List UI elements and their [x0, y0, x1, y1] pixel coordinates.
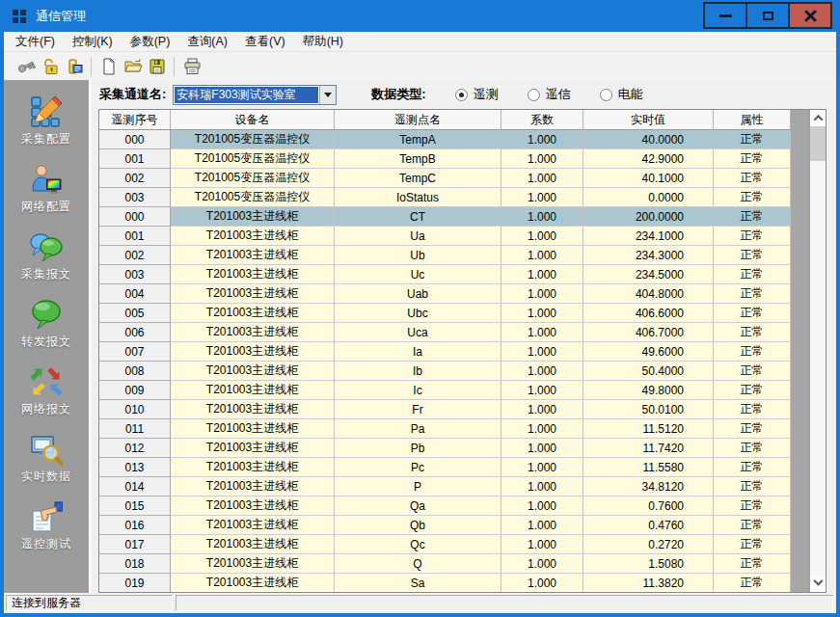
cell-value: 11.7420 — [583, 439, 714, 458]
table-row[interactable]: 003 T201005变压器温控仪 IoStatus 1.000 0.0000 … — [99, 188, 791, 207]
table-row[interactable]: 019 T201003主进线柜 Sa 1.000 11.3820 正常 — [99, 574, 791, 593]
cell-value: 200.0000 — [583, 207, 714, 227]
table-row[interactable]: 001 T201003主进线柜 Ua 1.000 234.1000 正常 — [99, 227, 791, 246]
new-file-button[interactable] — [96, 54, 121, 78]
menu-item[interactable]: 控制(K) — [64, 32, 122, 51]
table-row[interactable]: 011 T201003主进线柜 Pa 1.000 11.5120 正常 — [99, 419, 791, 439]
radio-telesignal[interactable]: 遥信 — [528, 86, 571, 103]
table-row[interactable]: 002 T201003主进线柜 Ub 1.000 234.3000 正常 — [99, 246, 791, 265]
sidebar-item-collect-config[interactable]: 采集配置 — [4, 88, 89, 155]
status-text: 连接到服务器 — [12, 595, 81, 611]
sidebar-item-label: 网络配置 — [21, 199, 71, 215]
table-row[interactable]: 005 T201003主进线柜 Ubc 1.000 406.6000 正常 — [99, 304, 791, 323]
table-row[interactable]: 013 T201003主进线柜 Pc 1.000 11.5580 正常 — [99, 458, 791, 477]
cell-seq: 019 — [99, 574, 171, 593]
table-row[interactable]: 004 T201003主进线柜 Uab 1.000 404.8000 正常 — [99, 284, 791, 304]
radio-telemetry[interactable]: 遥测 — [455, 86, 499, 103]
table-row[interactable]: 007 T201003主进线柜 Ia 1.000 49.6000 正常 — [99, 342, 791, 362]
menu-item[interactable]: 查询(A) — [178, 32, 236, 51]
column-header-coef[interactable]: 系数 — [501, 110, 583, 129]
save-button[interactable] — [145, 54, 169, 78]
open-file-button[interactable] — [121, 54, 145, 78]
sidebar-item-remote-test[interactable]: 遥控测试 — [4, 493, 89, 560]
menu-item[interactable]: 查看(V) — [236, 32, 294, 51]
cell-seq: 009 — [99, 381, 171, 400]
scrollbar-thumb[interactable] — [810, 126, 826, 161]
sidebar-item-collect-message[interactable]: 采集报文 — [4, 223, 89, 290]
sidebar-item-network-message[interactable]: 网络报文 — [4, 358, 89, 425]
table-row[interactable]: 000 T201003主进线柜 CT 1.000 200.0000 正常 — [99, 207, 791, 227]
cell-coef: 1.000 — [501, 149, 583, 169]
scroll-down-button[interactable] — [810, 576, 826, 592]
channel-label: 采集通道名: — [99, 86, 166, 103]
table-row[interactable]: 009 T201003主进线柜 Ic 1.000 49.8000 正常 — [99, 381, 791, 400]
table-row[interactable]: 003 T201003主进线柜 Uc 1.000 234.5000 正常 — [99, 265, 791, 284]
minimize-button[interactable] — [703, 2, 747, 29]
table-row[interactable]: 015 T201003主进线柜 Qa 1.000 0.7600 正常 — [99, 496, 791, 516]
close-button[interactable] — [788, 2, 832, 29]
radio-energy[interactable]: 电能 — [600, 86, 643, 103]
cell-point: Ub — [335, 246, 501, 265]
cell-point: Pc — [335, 458, 501, 477]
sidebar-item-forward-message[interactable]: 转发报文 — [4, 290, 89, 358]
chevron-down-icon — [813, 577, 823, 586]
cell-device: T201003主进线柜 — [171, 246, 335, 265]
key-button[interactable] — [14, 54, 38, 78]
table-row[interactable]: 006 T201003主进线柜 Uca 1.000 406.7000 正常 — [99, 323, 791, 342]
cell-point: Ubc — [335, 304, 501, 323]
cell-device: T201003主进线柜 — [171, 284, 335, 304]
cell-device: T201003主进线柜 — [171, 362, 335, 381]
menu-item[interactable]: 参数(P) — [122, 32, 179, 51]
unlock-button[interactable] — [38, 54, 62, 78]
print-button[interactable] — [179, 54, 203, 78]
cell-coef: 1.000 — [501, 554, 583, 574]
cell-value: 0.7600 — [583, 496, 714, 516]
scroll-up-button[interactable] — [810, 110, 826, 126]
table-row[interactable]: 001 T201005变压器温控仪 TempB 1.000 42.9000 正常 — [99, 149, 791, 169]
cell-value: 40.0000 — [583, 130, 714, 149]
cell-coef: 1.000 — [501, 246, 583, 265]
table-row[interactable]: 014 T201003主进线柜 P 1.000 34.8120 正常 — [99, 477, 791, 496]
sidebar-item-realtime-data[interactable]: 实时数据 — [4, 425, 89, 493]
table-row[interactable]: 012 T201003主进线柜 Pb 1.000 11.7420 正常 — [99, 439, 791, 458]
cell-status: 正常 — [714, 207, 791, 227]
cell-coef: 1.000 — [501, 265, 583, 284]
table-row[interactable]: 017 T201003主进线柜 Qc 1.000 0.2720 正常 — [99, 535, 791, 554]
cell-point: Pb — [335, 439, 501, 458]
cell-point: IoStatus — [335, 188, 501, 207]
menu-item[interactable]: 文件(F) — [7, 32, 64, 51]
cell-value: 234.1000 — [583, 227, 714, 246]
cell-coef: 1.000 — [501, 439, 583, 458]
sidebar-item-network-config[interactable]: 网络配置 — [4, 155, 89, 223]
cell-value: 406.6000 — [583, 304, 714, 323]
auth-button[interactable] — [62, 54, 86, 78]
column-header-device[interactable]: 设备名 — [171, 110, 335, 129]
cell-device: T201005变压器温控仪 — [171, 169, 335, 188]
cell-seq: 010 — [99, 400, 171, 419]
cell-coef: 1.000 — [501, 130, 583, 149]
table-row[interactable]: 000 T201005变压器温控仪 TempA 1.000 40.0000 正常 — [99, 130, 791, 149]
combobox-dropdown-button[interactable] — [319, 86, 336, 104]
table-row[interactable]: 008 T201003主进线柜 Ib 1.000 50.4000 正常 — [99, 362, 791, 381]
column-header-point[interactable]: 遥测点名 — [335, 110, 501, 129]
cell-status: 正常 — [714, 246, 791, 265]
column-header-attr[interactable]: 属性 — [714, 110, 791, 129]
table-row[interactable]: 010 T201003主进线柜 Fr 1.000 50.0100 正常 — [99, 400, 791, 419]
chevron-down-icon — [324, 93, 332, 97]
cell-seq: 015 — [99, 496, 171, 516]
radio-label: 遥信 — [546, 86, 571, 103]
table-row[interactable]: 018 T201003主进线柜 Q 1.000 1.5080 正常 — [99, 554, 791, 574]
column-header-seq[interactable]: 遥测序号 — [99, 110, 171, 129]
cell-coef: 1.000 — [501, 419, 583, 439]
table-row[interactable]: 016 T201003主进线柜 Qb 1.000 0.4760 正常 — [99, 516, 791, 535]
cell-point: Ib — [335, 362, 501, 381]
maximize-button[interactable] — [745, 2, 790, 29]
channel-combobox[interactable]: 安科瑞F303测试实验室 — [173, 85, 337, 105]
cell-point: Ua — [335, 227, 501, 246]
cell-status: 正常 — [714, 227, 791, 246]
table-row[interactable]: 002 T201005变压器温控仪 TempC 1.000 40.1000 正常 — [99, 169, 791, 188]
scrollbar-track[interactable] — [810, 161, 826, 576]
vertical-scrollbar[interactable] — [809, 110, 826, 592]
menu-item[interactable]: 帮助(H) — [294, 32, 352, 51]
column-header-value[interactable]: 实时值 — [583, 110, 714, 129]
